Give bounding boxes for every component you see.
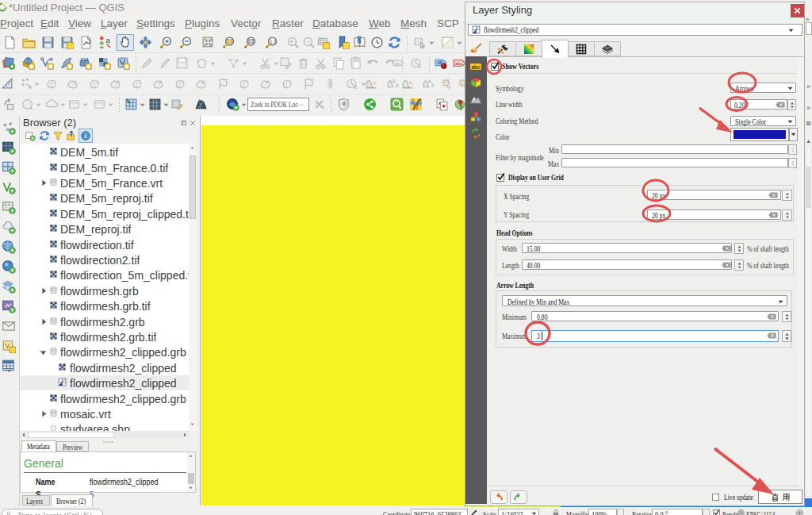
svg-text:a: a <box>106 36 111 44</box>
svg-text:1:1: 1:1 <box>270 40 276 44</box>
svg-text:abc: abc <box>395 61 402 66</box>
svg-text:abc: abc <box>455 61 462 66</box>
svg-text:abc: abc <box>472 64 481 70</box>
